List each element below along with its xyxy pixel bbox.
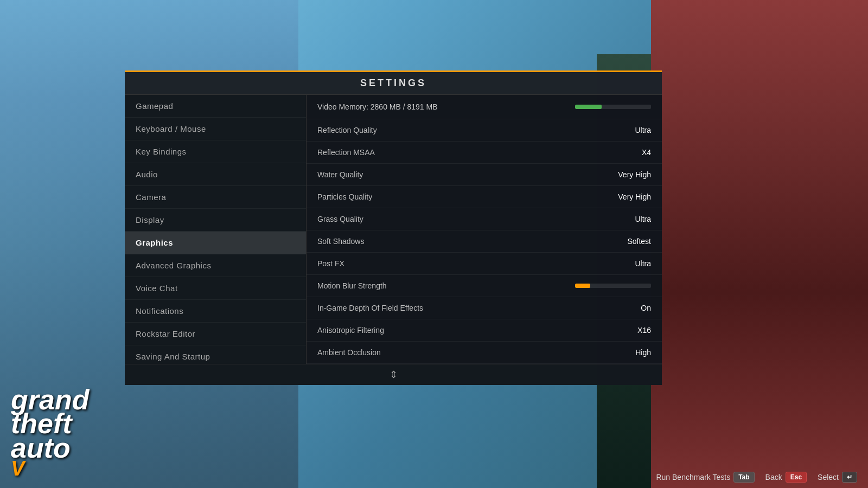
nav-item-voice-chat[interactable]: Voice Chat (125, 277, 306, 300)
setting-row-particles-quality[interactable]: Particles QualityVery High (307, 186, 662, 208)
video-memory-row: Video Memory: 2860 MB / 8191 MB (307, 95, 662, 119)
setting-value: Very High (608, 170, 651, 179)
setting-name: Reflection MSAA (317, 148, 608, 157)
motion-blur-slider[interactable] (575, 284, 651, 288)
setting-row-grass-quality[interactable]: Grass QualityUltra (307, 208, 662, 230)
setting-row-reflection-quality[interactable]: Reflection QualityUltra (307, 119, 662, 142)
video-memory-label: Video Memory: 2860 MB / 8191 MB (317, 102, 575, 111)
video-memory-fill (575, 105, 602, 109)
back-key: Esc (786, 472, 807, 483)
setting-row-soft-shadows[interactable]: Soft ShadowsSoftest (307, 230, 662, 253)
setting-row-anisotropic-filtering[interactable]: Anisotropic FilteringX16 (307, 319, 662, 342)
setting-value: Softest (608, 237, 651, 246)
nav-item-gamepad[interactable]: Gamepad (125, 95, 306, 118)
settings-content: Video Memory: 2860 MB / 8191 MB Reflecti… (307, 95, 662, 364)
select-label: Select (818, 473, 839, 481)
settings-title: SETTINGS (125, 72, 662, 95)
video-memory-bar (575, 105, 651, 109)
benchmark-label: Run Benchmark Tests (656, 473, 730, 481)
settings-body: GamepadKeyboard / MouseKey BindingsAudio… (125, 95, 662, 364)
setting-row-post-fx[interactable]: Post FXUltra (307, 253, 662, 275)
settings-nav: GamepadKeyboard / MouseKey BindingsAudio… (125, 95, 307, 364)
setting-value: X16 (608, 326, 651, 335)
benchmark-key: Tab (733, 472, 754, 483)
setting-row-water-quality[interactable]: Water QualityVery High (307, 164, 662, 186)
setting-name: Water Quality (317, 170, 608, 179)
select-key: ↵ (842, 472, 857, 483)
setting-value: On (608, 304, 651, 312)
nav-item-key-bindings[interactable]: Key Bindings (125, 140, 306, 163)
nav-item-graphics[interactable]: Graphics (125, 232, 306, 254)
setting-name: Post FX (317, 259, 608, 268)
setting-value: Ultra (608, 126, 651, 134)
setting-row-ambient-occlusion[interactable]: Ambient OcclusionHigh (307, 342, 662, 364)
back-label: Back (765, 473, 782, 481)
setting-value: High (608, 348, 651, 357)
bottom-bar: Run Benchmark Tests Tab Back Esc Select … (597, 466, 868, 488)
setting-name: Particles Quality (317, 192, 608, 201)
setting-name: Soft Shadows (317, 237, 608, 246)
setting-row-motion-blur-strength[interactable]: Motion Blur Strength (307, 275, 662, 297)
nav-item-saving-startup[interactable]: Saving And Startup (125, 345, 306, 364)
scroll-arrows-icon: ⇕ (390, 369, 398, 381)
settings-rows: Reflection QualityUltraReflection MSAAX4… (307, 119, 662, 364)
setting-name: Motion Blur Strength (317, 281, 575, 290)
setting-value: X4 (608, 148, 651, 157)
slider-fill (575, 284, 590, 288)
setting-name: In-Game Depth Of Field Effects (317, 304, 608, 312)
setting-name: Anisotropic Filtering (317, 326, 608, 335)
setting-row-reflection-msaa[interactable]: Reflection MSAAX4 (307, 142, 662, 164)
nav-item-rockstar-editor[interactable]: Rockstar Editor (125, 323, 306, 345)
settings-panel: SETTINGS GamepadKeyboard / MouseKey Bind… (125, 70, 662, 385)
nav-item-display[interactable]: Display (125, 209, 306, 232)
back-action: Back Esc (765, 472, 807, 483)
scroll-indicator: ⇕ (125, 364, 662, 385)
setting-value: Ultra (608, 259, 651, 268)
logo-line3: auto (11, 436, 89, 460)
setting-name: Grass Quality (317, 215, 608, 223)
nav-item-notifications[interactable]: Notifications (125, 300, 306, 323)
setting-row-in-game-depth-of-field-effects[interactable]: In-Game Depth Of Field EffectsOn (307, 297, 662, 319)
setting-name: Reflection Quality (317, 126, 608, 134)
gta-logo: grand theft auto V (11, 388, 89, 477)
setting-value: Very High (608, 192, 651, 201)
setting-value: Ultra (608, 215, 651, 223)
nav-item-keyboard-mouse[interactable]: Keyboard / Mouse (125, 118, 306, 140)
benchmark-action: Run Benchmark Tests Tab (656, 472, 754, 483)
nav-item-camera[interactable]: Camera (125, 186, 306, 209)
nav-item-audio[interactable]: Audio (125, 163, 306, 186)
select-action: Select ↵ (818, 472, 857, 483)
containers-background-right (651, 0, 868, 488)
nav-item-advanced-graphics[interactable]: Advanced Graphics (125, 254, 306, 277)
setting-name: Ambient Occlusion (317, 348, 608, 357)
